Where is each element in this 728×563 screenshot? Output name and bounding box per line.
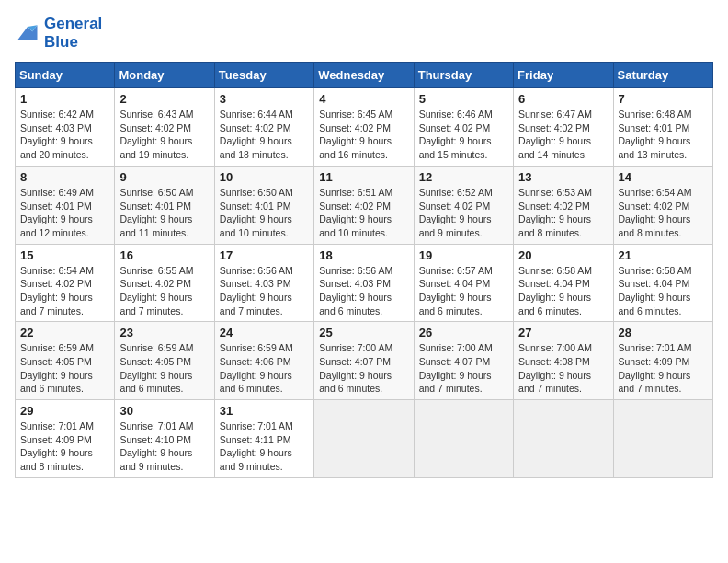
- calendar-cell: 25Sunrise: 7:00 AM Sunset: 4:07 PM Dayli…: [314, 322, 414, 400]
- day-number: 14: [619, 170, 708, 184]
- day-number: 4: [319, 92, 408, 106]
- weekday-header: Saturday: [613, 63, 712, 88]
- calendar-cell: 19Sunrise: 6:57 AM Sunset: 4:04 PM Dayli…: [414, 244, 513, 322]
- calendar-cell: 6Sunrise: 6:47 AM Sunset: 4:02 PM Daylig…: [514, 88, 613, 167]
- calendar-week-row: 15Sunrise: 6:54 AM Sunset: 4:02 PM Dayli…: [16, 244, 713, 322]
- logo-text: General Blue: [44, 15, 102, 51]
- calendar-cell: 11Sunrise: 6:51 AM Sunset: 4:02 PM Dayli…: [314, 166, 414, 244]
- day-info: Sunrise: 7:00 AM Sunset: 4:07 PM Dayligh…: [319, 341, 408, 396]
- day-number: 17: [220, 248, 309, 262]
- day-number: 9: [119, 170, 209, 184]
- day-number: 30: [119, 404, 209, 418]
- day-number: 27: [518, 326, 608, 339]
- calendar-cell: 9Sunrise: 6:50 AM Sunset: 4:01 PM Daylig…: [115, 166, 214, 244]
- day-info: Sunrise: 6:54 AM Sunset: 4:02 PM Dayligh…: [619, 186, 708, 240]
- page-header: General Blue: [15, 15, 713, 51]
- day-number: 1: [20, 92, 109, 106]
- day-number: 25: [319, 326, 408, 339]
- day-info: Sunrise: 6:46 AM Sunset: 4:02 PM Dayligh…: [419, 108, 508, 162]
- day-info: Sunrise: 6:42 AM Sunset: 4:03 PM Dayligh…: [20, 108, 109, 162]
- day-info: Sunrise: 7:01 AM Sunset: 4:09 PM Dayligh…: [20, 419, 109, 474]
- calendar-cell: 14Sunrise: 6:54 AM Sunset: 4:02 PM Dayli…: [613, 166, 712, 244]
- calendar-week-row: 8Sunrise: 6:49 AM Sunset: 4:01 PM Daylig…: [16, 166, 713, 244]
- day-number: 6: [518, 92, 608, 106]
- day-info: Sunrise: 6:45 AM Sunset: 4:02 PM Dayligh…: [319, 108, 408, 162]
- day-info: Sunrise: 6:50 AM Sunset: 4:01 PM Dayligh…: [119, 186, 209, 240]
- weekday-header: Monday: [115, 63, 214, 88]
- calendar-week-row: 29Sunrise: 7:01 AM Sunset: 4:09 PM Dayli…: [16, 400, 713, 478]
- day-number: 20: [518, 248, 608, 262]
- day-info: Sunrise: 6:51 AM Sunset: 4:02 PM Dayligh…: [319, 186, 408, 240]
- day-info: Sunrise: 6:58 AM Sunset: 4:04 PM Dayligh…: [518, 264, 608, 318]
- calendar-week-row: 22Sunrise: 6:59 AM Sunset: 4:05 PM Dayli…: [16, 322, 713, 400]
- calendar-cell: 26Sunrise: 7:00 AM Sunset: 4:07 PM Dayli…: [414, 322, 513, 400]
- day-info: Sunrise: 6:50 AM Sunset: 4:01 PM Dayligh…: [220, 186, 309, 240]
- day-info: Sunrise: 7:00 AM Sunset: 4:07 PM Dayligh…: [419, 341, 508, 396]
- weekday-header: Wednesday: [314, 63, 414, 88]
- calendar-cell: [613, 400, 712, 478]
- day-info: Sunrise: 6:55 AM Sunset: 4:02 PM Dayligh…: [119, 264, 209, 318]
- calendar-cell: 5Sunrise: 6:46 AM Sunset: 4:02 PM Daylig…: [414, 88, 513, 167]
- day-info: Sunrise: 6:44 AM Sunset: 4:02 PM Dayligh…: [220, 108, 309, 162]
- day-info: Sunrise: 6:59 AM Sunset: 4:06 PM Dayligh…: [220, 341, 309, 396]
- day-number: 10: [220, 170, 309, 184]
- day-number: 2: [119, 92, 209, 106]
- calendar-cell: 2Sunrise: 6:43 AM Sunset: 4:02 PM Daylig…: [115, 88, 214, 167]
- day-number: 21: [619, 248, 708, 262]
- calendar-cell: 21Sunrise: 6:58 AM Sunset: 4:04 PM Dayli…: [613, 244, 712, 322]
- calendar-cell: 27Sunrise: 7:00 AM Sunset: 4:08 PM Dayli…: [514, 322, 613, 400]
- calendar-cell: 16Sunrise: 6:55 AM Sunset: 4:02 PM Dayli…: [115, 244, 214, 322]
- calendar-cell: 12Sunrise: 6:52 AM Sunset: 4:02 PM Dayli…: [414, 166, 513, 244]
- logo-icon: [15, 20, 40, 46]
- calendar-cell: 13Sunrise: 6:53 AM Sunset: 4:02 PM Dayli…: [514, 166, 613, 244]
- day-number: 11: [319, 170, 408, 184]
- weekday-header: Sunday: [16, 63, 115, 88]
- day-number: 3: [220, 92, 309, 106]
- day-number: 26: [419, 326, 508, 339]
- calendar-cell: 8Sunrise: 6:49 AM Sunset: 4:01 PM Daylig…: [16, 166, 115, 244]
- calendar-body: 1Sunrise: 6:42 AM Sunset: 4:03 PM Daylig…: [16, 88, 713, 478]
- day-info: Sunrise: 6:56 AM Sunset: 4:03 PM Dayligh…: [319, 264, 408, 318]
- calendar-cell: 24Sunrise: 6:59 AM Sunset: 4:06 PM Dayli…: [214, 322, 313, 400]
- weekday-header: Thursday: [414, 63, 513, 88]
- day-info: Sunrise: 6:49 AM Sunset: 4:01 PM Dayligh…: [20, 186, 109, 240]
- calendar-cell: 17Sunrise: 6:56 AM Sunset: 4:03 PM Dayli…: [214, 244, 313, 322]
- day-number: 29: [20, 404, 109, 418]
- calendar-cell: 29Sunrise: 7:01 AM Sunset: 4:09 PM Dayli…: [16, 400, 115, 478]
- calendar-week-row: 1Sunrise: 6:42 AM Sunset: 4:03 PM Daylig…: [16, 88, 713, 167]
- calendar-cell: 1Sunrise: 6:42 AM Sunset: 4:03 PM Daylig…: [16, 88, 115, 167]
- day-number: 19: [419, 248, 508, 262]
- day-info: Sunrise: 6:56 AM Sunset: 4:03 PM Dayligh…: [220, 264, 309, 318]
- day-info: Sunrise: 6:58 AM Sunset: 4:04 PM Dayligh…: [619, 264, 708, 318]
- logo: General Blue: [15, 15, 102, 51]
- day-number: 5: [419, 92, 508, 106]
- day-number: 22: [20, 326, 109, 339]
- day-number: 8: [20, 170, 109, 184]
- weekday-header: Tuesday: [214, 63, 313, 88]
- calendar-cell: 10Sunrise: 6:50 AM Sunset: 4:01 PM Dayli…: [214, 166, 313, 244]
- day-number: 28: [619, 326, 708, 339]
- weekday-header: Friday: [514, 63, 613, 88]
- calendar-cell: 4Sunrise: 6:45 AM Sunset: 4:02 PM Daylig…: [314, 88, 414, 167]
- day-number: 12: [419, 170, 508, 184]
- calendar-table: SundayMondayTuesdayWednesdayThursdayFrid…: [15, 62, 713, 478]
- day-info: Sunrise: 7:01 AM Sunset: 4:09 PM Dayligh…: [619, 341, 708, 396]
- calendar-cell: 31Sunrise: 7:01 AM Sunset: 4:11 PM Dayli…: [214, 400, 313, 478]
- day-number: 31: [220, 404, 309, 418]
- day-info: Sunrise: 7:01 AM Sunset: 4:10 PM Dayligh…: [119, 419, 209, 474]
- day-info: Sunrise: 6:59 AM Sunset: 4:05 PM Dayligh…: [20, 341, 109, 396]
- calendar-cell: 3Sunrise: 6:44 AM Sunset: 4:02 PM Daylig…: [214, 88, 313, 167]
- calendar-cell: [514, 400, 613, 478]
- calendar-cell: 15Sunrise: 6:54 AM Sunset: 4:02 PM Dayli…: [16, 244, 115, 322]
- calendar-cell: [314, 400, 414, 478]
- day-info: Sunrise: 6:53 AM Sunset: 4:02 PM Dayligh…: [518, 186, 608, 240]
- day-number: 15: [20, 248, 109, 262]
- calendar-cell: 30Sunrise: 7:01 AM Sunset: 4:10 PM Dayli…: [115, 400, 214, 478]
- calendar-cell: 20Sunrise: 6:58 AM Sunset: 4:04 PM Dayli…: [514, 244, 613, 322]
- day-info: Sunrise: 6:59 AM Sunset: 4:05 PM Dayligh…: [119, 341, 209, 396]
- day-info: Sunrise: 6:57 AM Sunset: 4:04 PM Dayligh…: [419, 264, 508, 318]
- calendar-cell: 18Sunrise: 6:56 AM Sunset: 4:03 PM Dayli…: [314, 244, 414, 322]
- day-info: Sunrise: 6:48 AM Sunset: 4:01 PM Dayligh…: [619, 108, 708, 162]
- day-info: Sunrise: 6:52 AM Sunset: 4:02 PM Dayligh…: [419, 186, 508, 240]
- day-number: 23: [119, 326, 209, 339]
